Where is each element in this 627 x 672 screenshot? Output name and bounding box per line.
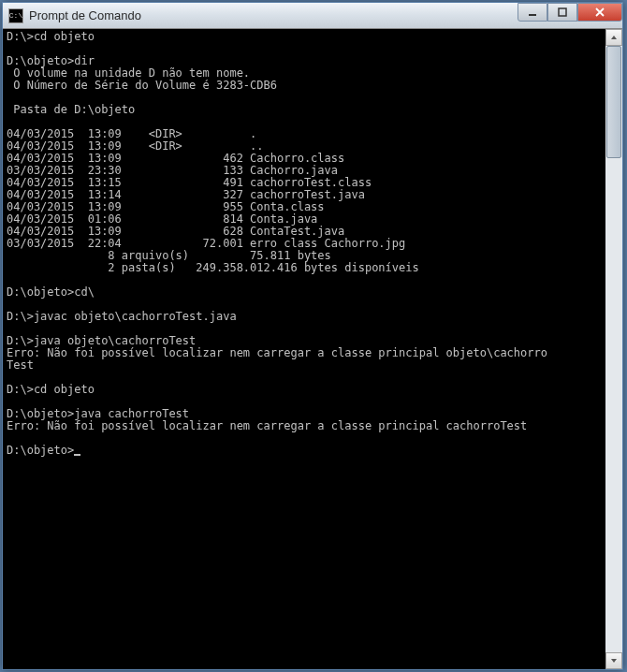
chevron-down-icon bbox=[610, 658, 618, 664]
minimize-icon bbox=[527, 7, 538, 17]
svg-rect-1 bbox=[559, 8, 566, 16]
scroll-track[interactable] bbox=[605, 46, 622, 652]
svg-rect-0 bbox=[529, 14, 536, 16]
cmd-icon: C:\ bbox=[8, 8, 23, 23]
vertical-scrollbar[interactable] bbox=[605, 29, 622, 669]
minimize-button[interactable] bbox=[518, 3, 547, 22]
close-button[interactable] bbox=[577, 3, 622, 22]
scroll-down-button[interactable] bbox=[605, 652, 622, 669]
command-prompt-window: C:\ Prompt de Comando D:\>cd objeto D:\o… bbox=[2, 2, 623, 670]
cursor bbox=[74, 454, 80, 456]
scroll-up-button[interactable] bbox=[605, 29, 622, 46]
maximize-icon bbox=[557, 7, 568, 17]
terminal-area: D:\>cd objeto D:\objeto>dir O volume na … bbox=[3, 29, 622, 669]
terminal-output[interactable]: D:\>cd objeto D:\objeto>dir O volume na … bbox=[3, 29, 605, 669]
window-title: Prompt de Comando bbox=[29, 8, 141, 22]
titlebar[interactable]: C:\ Prompt de Comando bbox=[3, 3, 622, 29]
maximize-button[interactable] bbox=[547, 3, 577, 22]
scroll-thumb[interactable] bbox=[606, 46, 621, 158]
window-controls bbox=[518, 3, 622, 22]
chevron-up-icon bbox=[610, 35, 618, 40]
close-icon bbox=[594, 7, 605, 17]
